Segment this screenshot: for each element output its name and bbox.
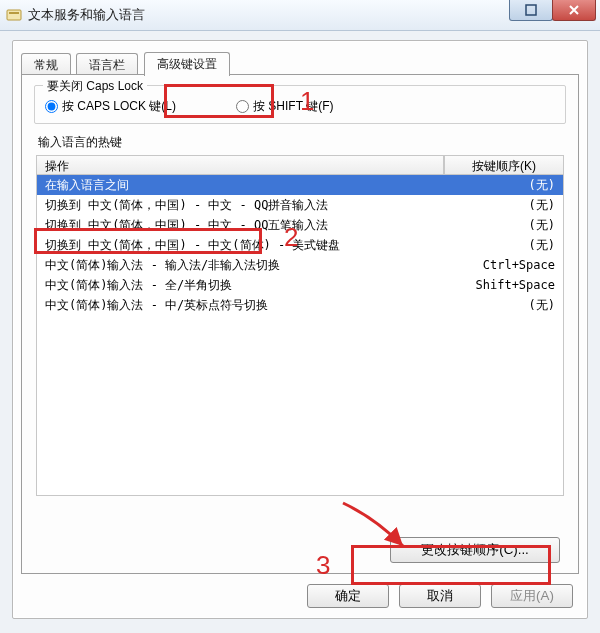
hotkey-row[interactable]: 中文(简体)输入法 - 中/英标点符号切换(无) [37,295,563,315]
capslock-group-title: 要关闭 Caps Lock [43,78,147,95]
svg-rect-2 [526,5,536,15]
tab-language-bar[interactable]: 语言栏 [76,53,138,76]
ok-button[interactable]: 确定 [307,584,389,608]
hotkey-action: 切换到 中文(简体，中国) - 中文(简体) - 美式键盘 [45,235,445,255]
cancel-button[interactable]: 取消 [399,584,481,608]
radio-caps-lock-label: 按 CAPS LOCK 键(L) [62,98,176,115]
hotkey-action: 中文(简体)输入法 - 全/半角切换 [45,275,445,295]
hotkey-action: 中文(简体)输入法 - 输入法/非输入法切换 [45,255,445,275]
window-title: 文本服务和输入语言 [28,6,145,24]
dialog-body: 常规 语言栏 高级键设置 要关闭 Caps Lock 按 CAPS LOCK 键… [12,40,588,619]
tab-general[interactable]: 常规 [21,53,71,76]
hotkeys-section-label: 输入语言的热键 [38,134,578,151]
hotkey-key: Ctrl+Space [445,255,555,275]
radio-caps-lock-input[interactable] [45,100,58,113]
hotkey-key: (无) [445,295,555,315]
hotkey-key: (无) [445,195,555,215]
window-buttons [510,0,596,21]
hotkey-key: (无) [445,175,555,195]
hotkey-key: (无) [445,215,555,235]
tab-advanced-keys[interactable]: 高级键设置 [144,52,230,76]
close-button[interactable] [552,0,596,21]
app-icon [6,7,22,23]
apply-button[interactable]: 应用(A) [491,584,573,608]
hotkey-row[interactable]: 切换到 中文(简体，中国) - 中文(简体) - 美式键盘(无) [37,235,563,255]
radio-shift-input[interactable] [236,100,249,113]
radio-shift-label: 按 SHIFT 键(F) [253,98,333,115]
dialog-buttons: 确定 取消 应用(A) [307,584,573,608]
hotkey-key: Shift+Space [445,275,555,295]
title-bar: 文本服务和输入语言 [0,0,600,31]
hotkey-row[interactable]: 中文(简体)输入法 - 输入法/非输入法切换Ctrl+Space [37,255,563,275]
hotkey-action: 在输入语言之间 [45,175,445,195]
svg-rect-1 [9,12,19,14]
hotkey-row[interactable]: 切换到 中文(简体，中国) - 中文 - QQ五笔输入法(无) [37,215,563,235]
tab-page-advanced: 要关闭 Caps Lock 按 CAPS LOCK 键(L) 按 SHIFT 键… [21,75,579,574]
hotkey-list-header: 操作 按键顺序(K) [36,155,564,175]
radio-caps-lock[interactable]: 按 CAPS LOCK 键(L) [45,98,176,115]
col-action[interactable]: 操作 [36,155,444,175]
hotkey-list[interactable]: 在输入语言之间(无)切换到 中文(简体，中国) - 中文 - QQ拼音输入法(无… [36,175,564,496]
hotkey-action: 切换到 中文(简体，中国) - 中文 - QQ拼音输入法 [45,195,445,215]
help-button[interactable] [509,0,553,21]
svg-rect-0 [7,10,21,20]
hotkey-row[interactable]: 切换到 中文(简体，中国) - 中文 - QQ拼音输入法(无) [37,195,563,215]
tab-strip: 常规 语言栏 高级键设置 [21,49,579,75]
capslock-group: 要关闭 Caps Lock 按 CAPS LOCK 键(L) 按 SHIFT 键… [34,85,566,124]
tab-underline [21,74,579,75]
hotkey-action: 中文(简体)输入法 - 中/英标点符号切换 [45,295,445,315]
col-key[interactable]: 按键顺序(K) [444,155,564,175]
hotkey-action: 切换到 中文(简体，中国) - 中文 - QQ五笔输入法 [45,215,445,235]
hotkey-row[interactable]: 在输入语言之间(无) [37,175,563,195]
hotkey-key: (无) [445,235,555,255]
radio-shift[interactable]: 按 SHIFT 键(F) [236,98,333,115]
change-key-sequence-button[interactable]: 更改按键顺序(C)... [390,537,560,563]
hotkey-row[interactable]: 中文(简体)输入法 - 全/半角切换Shift+Space [37,275,563,295]
dialog-window: 文本服务和输入语言 常规 语言栏 高级键设置 要关闭 Caps Lock [0,0,600,633]
